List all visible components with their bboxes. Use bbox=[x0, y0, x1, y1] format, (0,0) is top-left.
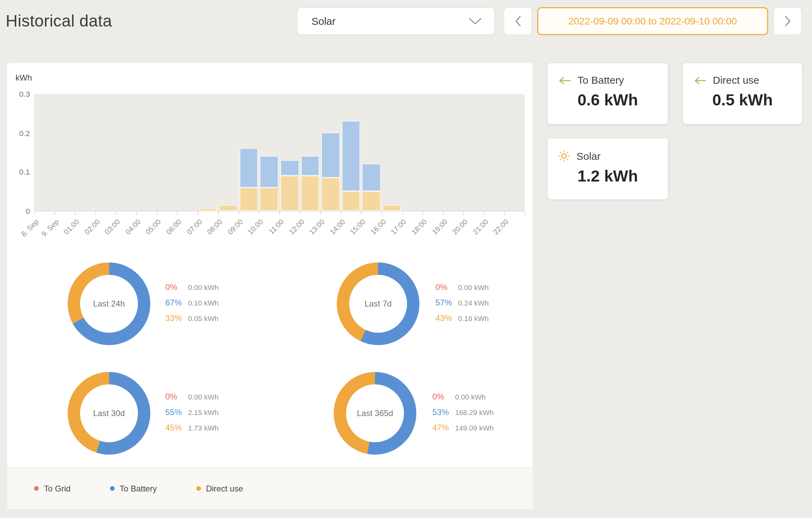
donut-label: Last 30d bbox=[93, 409, 125, 418]
legend-item-direct-use[interactable]: Direct use bbox=[196, 484, 243, 493]
x-axis-tick bbox=[382, 211, 382, 215]
bar-segment-to-battery bbox=[321, 133, 340, 178]
segment-kwh: 0.18 kWh bbox=[458, 314, 489, 322]
legend-label: To Grid bbox=[44, 484, 71, 493]
prev-period-button[interactable] bbox=[504, 7, 532, 35]
x-axis-tick bbox=[280, 211, 280, 215]
segment-percent: 47% bbox=[433, 423, 455, 433]
bar-plot bbox=[34, 94, 525, 211]
x-axis-label: 09:00 bbox=[226, 218, 244, 236]
donut-hole: Last 24h bbox=[80, 275, 138, 333]
bar-segment-direct-use bbox=[362, 191, 381, 211]
y-axis-label: 0.3 bbox=[9, 90, 30, 99]
donut-legend-row: 45%1.73 kWh bbox=[165, 420, 219, 436]
donut-legend-row: 53%168.29 kWh bbox=[433, 405, 494, 420]
to-battery-label: To Battery bbox=[577, 74, 624, 86]
arrow-left-icon bbox=[558, 76, 571, 84]
segment-percent: 0% bbox=[165, 283, 188, 292]
y-axis-label: 0 bbox=[9, 207, 30, 216]
segment-kwh: 1.73 kWh bbox=[188, 424, 219, 432]
bar-segment-direct-use bbox=[301, 176, 319, 211]
to-battery-value: 0.6 kWh bbox=[548, 91, 668, 110]
legend-dot bbox=[34, 486, 39, 491]
donut-legend-row: 0%0.00 kWh bbox=[165, 389, 219, 405]
x-axis-label: 14:00 bbox=[328, 218, 346, 236]
segment-kwh: 0.00 kWh bbox=[188, 283, 219, 291]
chevron-down-icon bbox=[469, 18, 482, 25]
sun-icon bbox=[558, 150, 570, 162]
x-axis-tick bbox=[259, 211, 260, 215]
segment-percent: 55% bbox=[165, 408, 188, 417]
x-axis-label: 9. Sep bbox=[40, 218, 60, 238]
legend-item-to-battery[interactable]: To Battery bbox=[110, 484, 157, 493]
x-axis-label: 21:00 bbox=[471, 218, 490, 236]
bar-segment-direct-use bbox=[219, 205, 237, 211]
donut-hole: Last 365d bbox=[346, 384, 404, 442]
x-axis-tick bbox=[95, 211, 96, 215]
segment-kwh: 0.00 kWh bbox=[188, 393, 219, 401]
segment-kwh: 2.15 kWh bbox=[188, 408, 219, 416]
measurement-select[interactable]: Solar bbox=[297, 7, 495, 35]
x-axis-tick bbox=[239, 211, 239, 215]
x-axis-tick bbox=[341, 211, 342, 215]
chevron-left-icon bbox=[515, 15, 521, 27]
x-axis-label: 20:00 bbox=[451, 218, 469, 236]
arrow-left-icon bbox=[693, 76, 707, 84]
x-axis-label: 10:00 bbox=[246, 218, 265, 236]
x-axis-tick bbox=[484, 211, 485, 215]
donut-legend-row: 0%0.00 kWh bbox=[436, 280, 489, 295]
x-axis-label: 22:00 bbox=[491, 218, 510, 236]
x-axis-tick bbox=[177, 211, 178, 215]
bar-segment-to-battery bbox=[362, 164, 381, 191]
segment-kwh: 0.00 kWh bbox=[458, 283, 489, 291]
x-axis-tick bbox=[198, 211, 198, 215]
donut-legend: 0%0.00 kWh57%0.24 kWh43%0.18 kWh bbox=[436, 280, 489, 326]
to-battery-card: To Battery 0.6 kWh bbox=[548, 63, 668, 124]
bar-segment-to-battery bbox=[281, 160, 299, 175]
x-axis-label: 19:00 bbox=[430, 218, 449, 236]
x-axis-label: 16:00 bbox=[369, 218, 387, 236]
x-axis-label: 05:00 bbox=[144, 218, 163, 236]
measurement-select-value: Solar bbox=[312, 15, 469, 27]
segment-percent: 43% bbox=[436, 314, 458, 323]
segment-kwh: 0.10 kWh bbox=[188, 299, 219, 307]
donut-label: Last 24h bbox=[93, 299, 125, 309]
bar-segment-direct-use bbox=[281, 176, 299, 211]
x-axis-tick bbox=[525, 211, 525, 215]
x-axis-label: 01:00 bbox=[62, 218, 81, 236]
legend-item-to-grid[interactable]: To Grid bbox=[34, 484, 71, 493]
x-axis-tick bbox=[116, 211, 116, 215]
x-axis-tick bbox=[54, 211, 55, 215]
y-axis-label: 0.1 bbox=[9, 167, 30, 176]
donut-last-7d: Last 7d bbox=[337, 262, 419, 345]
donut-legend: 0%0.00 kWh55%2.15 kWh45%1.73 kWh bbox=[165, 389, 219, 436]
historical-data-page: Historical data Solar 2022-09-09 00:00 t… bbox=[0, 0, 812, 518]
segment-percent: 0% bbox=[436, 283, 458, 292]
donut-last-30d: Last 30d bbox=[68, 372, 150, 455]
x-axis-label: 18:00 bbox=[410, 218, 428, 236]
x-axis-tick bbox=[402, 211, 403, 215]
bar-segment-direct-use bbox=[383, 205, 401, 211]
x-axis-label: 07:00 bbox=[185, 218, 204, 236]
x-axis-label: 11:00 bbox=[267, 218, 285, 236]
next-period-button[interactable] bbox=[773, 7, 802, 35]
direct-use-value: 0.5 kWh bbox=[683, 91, 802, 110]
solar-card: Solar 1.2 kWh bbox=[548, 138, 668, 199]
bar-segment-direct-use bbox=[199, 208, 217, 211]
x-axis-tick bbox=[361, 211, 362, 215]
donut-legend: 0%0.00 kWh67%0.10 kWh33%0.05 kWh bbox=[165, 280, 219, 326]
donut-legend-row: 67%0.10 kWh bbox=[165, 295, 219, 311]
donut-label: Last 365d bbox=[357, 409, 393, 418]
segment-percent: 67% bbox=[165, 298, 188, 308]
x-axis-tick bbox=[34, 211, 35, 215]
bar-segment-direct-use bbox=[321, 178, 340, 211]
x-axis-label: 12:00 bbox=[287, 218, 306, 236]
x-axis-tick bbox=[464, 211, 464, 215]
donut-legend-row: 55%2.15 kWh bbox=[165, 405, 219, 420]
x-axis-label: 06:00 bbox=[164, 218, 183, 236]
chart-legend: To GridTo BatteryDirect use bbox=[7, 468, 533, 509]
donut-last-24h: Last 24h bbox=[68, 262, 150, 345]
bar-segment-direct-use bbox=[240, 187, 258, 211]
donut-legend: 0%0.00 kWh53%168.29 kWh47%149.09 kWh bbox=[433, 389, 494, 436]
date-range-button[interactable]: 2022-09-09 00:00 to 2022-09-10 00:00 bbox=[537, 7, 768, 35]
